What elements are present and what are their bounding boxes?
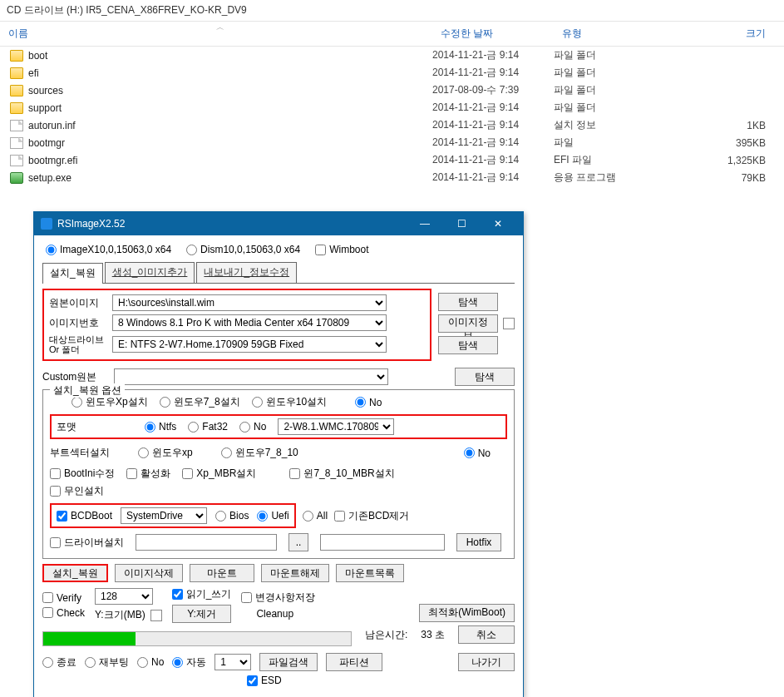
check-activate[interactable]: 활성화 xyxy=(126,467,170,481)
file-row[interactable]: setup.exe2014-11-21-금 9:14응용 프로그램79KB xyxy=(0,169,784,186)
image-info-button[interactable]: 이미지정보 xyxy=(438,314,498,333)
col-type[interactable]: 유형 xyxy=(554,22,653,46)
browse-custom-button[interactable]: 탐색 xyxy=(455,368,515,386)
optimize-button[interactable]: 최적화(WimBoot) xyxy=(419,604,515,622)
radio-auto[interactable]: 자동 xyxy=(172,655,206,670)
maximize-button[interactable]: ☐ xyxy=(443,212,480,235)
radio-format-no[interactable]: No xyxy=(239,421,266,433)
select-custom-source[interactable] xyxy=(114,368,388,385)
tab-export-edit[interactable]: 내보내기_정보수정 xyxy=(196,262,297,283)
radio-uefi[interactable]: Uefi xyxy=(257,510,288,522)
check-silent[interactable]: 무인설치 xyxy=(50,484,104,498)
select-bcd-target[interactable]: SystemDrive xyxy=(121,507,207,524)
tab-create-add[interactable]: 생성_이미지추가 xyxy=(105,262,195,283)
check-driver[interactable]: 드라이버설치 xyxy=(50,536,124,550)
folder-icon xyxy=(10,67,23,79)
input-driver-opt[interactable] xyxy=(320,534,445,551)
install-restore-button[interactable]: 설치_복원 xyxy=(42,564,108,582)
select-target-drive[interactable]: E: NTFS 2-W7.Home.170909 59GB Fixed xyxy=(112,336,387,353)
file-row[interactable]: efi2014-11-21-금 9:14파일 폴더 xyxy=(0,64,784,82)
remain-label: 남은시간: xyxy=(365,628,407,642)
file-row[interactable]: sources2017-08-09-수 7:39파일 폴더 xyxy=(0,82,784,99)
col-name[interactable]: 이름 ︿ xyxy=(0,22,432,46)
select-source-image[interactable]: H:\sources\install.wim xyxy=(112,294,387,311)
file-row[interactable]: autorun.inf2014-11-21-금 9:14설치 정보1KB xyxy=(0,116,784,134)
cancel-button[interactable]: 취소 xyxy=(458,625,515,644)
close-button[interactable]: ✕ xyxy=(480,212,516,235)
yremove-button[interactable]: Y:제거 xyxy=(172,605,232,623)
radio-boot7810[interactable]: 윈도우7_8_10 xyxy=(221,446,298,460)
minimize-button[interactable]: — xyxy=(407,212,443,235)
file-explorer: CD 드라이브 (H:) IR5_CENA_X86FREV_KO-KR_DV9 … xyxy=(0,0,784,186)
radio-imagex[interactable]: ImageX10,0,15063,0 x64 xyxy=(46,244,171,255)
radio-bios[interactable]: Bios xyxy=(215,510,249,522)
radio-shutdown[interactable]: 종료 xyxy=(42,655,76,670)
image-info-checkbox[interactable] xyxy=(503,318,515,329)
radio-win78[interactable]: 윈도우7_8설치 xyxy=(160,395,240,409)
file-row[interactable]: bootmgr.efi2014-11-21-금 9:14EFI 파일1,325K… xyxy=(0,151,784,169)
file-date: 2014-11-21-금 9:14 xyxy=(432,153,554,167)
check-wimboot[interactable]: Wimboot xyxy=(315,244,368,255)
check-esd[interactable]: ESD xyxy=(247,675,282,686)
col-date[interactable]: 수정한 날짜 xyxy=(432,22,554,46)
tab-install-restore[interactable]: 설치_복원 xyxy=(42,263,103,284)
exit-button[interactable]: 나가기 xyxy=(458,653,515,671)
input-driver-path[interactable] xyxy=(136,534,277,551)
app-icon xyxy=(41,218,52,230)
check-check[interactable]: Check xyxy=(42,607,85,619)
radio-all[interactable]: All xyxy=(303,510,328,522)
radio-bootxp[interactable]: 윈도우xp xyxy=(138,446,193,460)
radio-bottom-no[interactable]: No xyxy=(137,656,164,668)
filesearch-button[interactable]: 파일검색 xyxy=(259,653,318,671)
format-row: 포맷 Ntfs Fat32 No 2-W8.1.WMC.170809 xyxy=(50,414,507,439)
bottom-row: 종료 재부팅 No 자동 1 파일검색 파티션 나가기 xyxy=(42,653,515,671)
mount-button[interactable]: 마운트 xyxy=(190,564,254,582)
radio-ntfs[interactable]: Ntfs xyxy=(145,421,176,433)
file-row[interactable]: boot2014-11-21-금 9:14파일 폴더 xyxy=(0,47,784,64)
check-xpmbr[interactable]: Xp_MBR설치 xyxy=(182,467,256,481)
file-date: 2014-11-21-금 9:14 xyxy=(432,48,554,62)
dialog-titlebar[interactable]: RSImageX2.52 — ☐ ✕ xyxy=(34,212,523,235)
unmount-button[interactable]: 마운트해제 xyxy=(261,564,329,582)
file-date: 2014-11-21-금 9:14 xyxy=(432,171,554,185)
select-format-label[interactable]: 2-W8.1.WMC.170809 xyxy=(278,418,394,435)
check-w7810mbr[interactable]: 윈7_8_10_MBR설치 xyxy=(289,467,394,481)
ysize-checkbox[interactable] xyxy=(150,610,162,621)
remain-value: 33 초 xyxy=(421,628,445,642)
check-rw[interactable]: 읽기_쓰기 xyxy=(172,587,232,601)
file-date: 2014-11-21-금 9:14 xyxy=(432,118,554,132)
mount-list-button[interactable]: 마운트목록 xyxy=(336,564,404,582)
check-delete-bcd[interactable]: 기존BCD제거 xyxy=(334,509,409,523)
file-type: 응용 프로그램 xyxy=(554,171,653,185)
check-bootini[interactable]: BootIni수정 xyxy=(50,467,115,481)
radio-fat32[interactable]: Fat32 xyxy=(188,421,228,433)
bootsector-label: 부트섹터설치 xyxy=(50,446,126,460)
radio-reboot[interactable]: 재부팅 xyxy=(85,655,129,670)
radio-boot-no[interactable]: No xyxy=(464,447,491,459)
engine-row: ImageX10,0,15063,0 x64 Dism10,0,15063,0 … xyxy=(46,244,515,255)
radio-dism[interactable]: Dism10,0,15063,0 x64 xyxy=(186,244,300,255)
browse-target-button[interactable]: 탐색 xyxy=(438,336,498,354)
explorer-rows: boot2014-11-21-금 9:14파일 폴더efi2014-11-21-… xyxy=(0,47,784,186)
check-verify[interactable]: Verify xyxy=(42,592,85,604)
select-image-index[interactable]: 8 Windows 8.1 Pro K with Media Center x6… xyxy=(112,314,387,331)
radio-install-no[interactable]: No xyxy=(355,397,382,408)
file-type: 설치 정보 xyxy=(554,118,653,132)
action-buttons: 설치_복원 이미지삭제 마운트 마운트해제 마운트목록 xyxy=(42,564,515,582)
file-size: 1,325KB xyxy=(653,155,784,166)
browse-driver-button[interactable]: .. xyxy=(288,533,308,551)
delete-image-button[interactable]: 이미지삭제 xyxy=(115,564,183,582)
file-row[interactable]: bootmgr2014-11-21-금 9:14파일395KB xyxy=(0,134,784,151)
check-bcdboot[interactable]: BCDBoot xyxy=(57,510,112,522)
check-savechg[interactable]: 변경사항저장 xyxy=(241,591,315,605)
radio-win10[interactable]: 윈도우10설치 xyxy=(252,395,327,409)
sort-indicator-icon: ︿ xyxy=(216,22,224,33)
select-auto-num[interactable]: 1 xyxy=(214,654,251,670)
select-chunk[interactable]: 128 xyxy=(95,588,153,605)
file-name: support xyxy=(28,102,62,114)
partition-button[interactable]: 파티션 xyxy=(326,653,382,671)
col-size[interactable]: 크기 xyxy=(653,22,784,46)
browse-source-button[interactable]: 탐색 xyxy=(438,293,498,311)
file-row[interactable]: support2014-11-21-금 9:14파일 폴더 xyxy=(0,99,784,116)
hotfix-button[interactable]: Hotfix xyxy=(456,533,501,551)
